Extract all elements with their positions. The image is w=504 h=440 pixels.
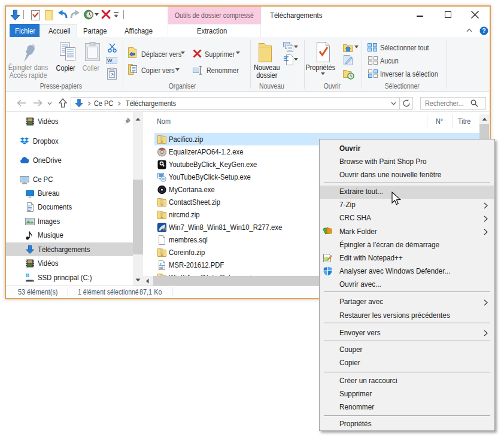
svg-text:pdf: pdf [159,266,163,269]
svg-text:e: e [160,261,162,265]
svg-text:...: ... [112,58,116,63]
svg-text:?: ? [482,27,485,34]
